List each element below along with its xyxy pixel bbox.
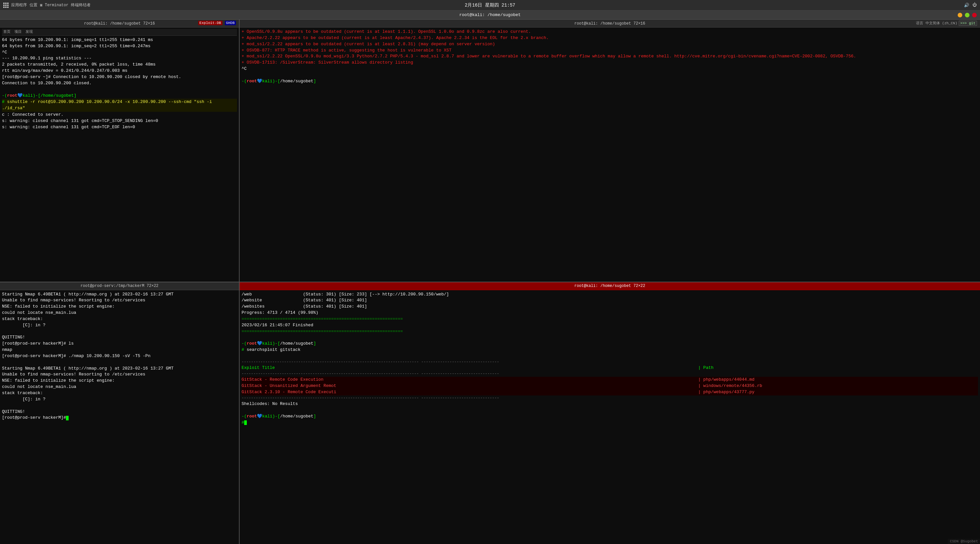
- terminal-line: Progress: 4713 / 4714 (99.98%): [242, 310, 978, 316]
- col-path: | Path: [698, 365, 713, 371]
- prompt-root: root: [7, 93, 18, 99]
- prompt-root3: root: [247, 341, 257, 347]
- terminal-line: rtt min/avg/max/mdev = 0.241/0.244/0.247…: [2, 68, 237, 74]
- git-badge[interactable]: >>> git: [959, 21, 977, 26]
- terminal-line: /website (Status: 401) [Size: 401]: [242, 297, 978, 304]
- col-exploit-title: Exploit Title: [242, 365, 698, 371]
- final-cursor-line: #: [242, 420, 978, 426]
- searchsploit-command: # searchsploit gitstack: [242, 347, 978, 353]
- prompt-open-bracket2: -(: [242, 78, 247, 85]
- terminal-line: /web (Status: 301) [Size: 233] [--> http…: [242, 292, 978, 298]
- final-cursor: [244, 420, 247, 425]
- terminal-line: [root@prod-serv hackerM]#: [2, 415, 237, 421]
- close-button[interactable]: [972, 13, 977, 17]
- bottom-right-prompt: -(root💙kali)-[/home/sugobet]: [242, 341, 978, 347]
- taskbar: 应用程序 位置 ▣ Terminator 终端终结者 2月16日 星期四 21:…: [0, 0, 980, 11]
- prompt-close-bracket: )-[: [33, 93, 40, 99]
- prompt-kali2: kali: [262, 78, 272, 85]
- terminal-taskbar-item[interactable]: ▣ Terminator 终端终结者: [40, 2, 91, 8]
- top-right-terminal-body[interactable]: + OpenSSL/0.9.8u appears to be outdated …: [240, 27, 980, 282]
- terminal-line: NSE: failed to initialize the script eng…: [2, 378, 237, 384]
- taskbar-datetime: 2月16日 星期四 21:57: [465, 2, 515, 8]
- window-titlebar: root@kali: /home/sugobet: [0, 11, 980, 20]
- maximize-button[interactable]: [965, 13, 969, 17]
- terminal-line: could not locate nse_main.lua: [2, 310, 237, 316]
- exploit-path-2: | windows/remote/44356.rb: [698, 383, 762, 389]
- prompt-open-bracket: -(: [2, 93, 7, 99]
- bottom-right-terminal-body[interactable]: /web (Status: 301) [Size: 233] [--> http…: [240, 290, 980, 544]
- prompt-path-value: /home/sugobet: [40, 93, 73, 99]
- app-grid-icon[interactable]: [3, 3, 8, 8]
- nav-home[interactable]: 首页: [3, 30, 11, 35]
- apps-menu[interactable]: 应用程序: [11, 2, 27, 8]
- terminal-separator: ========================================…: [242, 316, 978, 322]
- terminal-line: 64 bytes from 10.200.90.1: icmp_seq=1 tt…: [2, 37, 237, 43]
- terminal-line: --- 10.200.90.1 ping statistics ---: [2, 56, 237, 62]
- top-left-terminal-body[interactable]: 首页 项目 发现 64 bytes from 10.200.90.1: icmp…: [0, 27, 239, 282]
- lang-badge: 语言 中文简体 (zh_CN): [916, 21, 957, 26]
- prompt-heart-icon2: 💙: [257, 78, 262, 85]
- nav-item2[interactable]: 项目: [14, 30, 22, 35]
- top-right-terminal-header: root@kali: /home/sugobet 72×16 语言 中文简体 (…: [240, 20, 980, 27]
- shellcodes-line: Shellcodes: No Results: [242, 401, 978, 407]
- right-pane: root@kali: /home/sugobet 72×16 语言 中文简体 (…: [240, 20, 980, 544]
- exploit-title-3: GitStack 2.3.10 - Remote Code Executi: [242, 389, 698, 395]
- top-left-terminal-header: root@kali: /home/sugobet 72×16 Exploit-D…: [0, 20, 239, 27]
- prompt-path-value2: /home/sugobet: [280, 78, 313, 85]
- terminal-line: + OSVDB-17113: /SilverStream: SilverStre…: [242, 60, 978, 66]
- terminal-line: Starting Nmap 6.49BETA1 ( http://nmap.or…: [2, 366, 237, 372]
- command-text: sshuttle -r root@10.200.90.200 10.200.90…: [2, 99, 212, 111]
- final-prompt-kali: kali: [262, 414, 272, 420]
- terminal-line: ^C: [2, 49, 237, 56]
- bottom-left-terminal-body[interactable]: Starting Nmap 6.49BETA1 ( http://nmap.or…: [0, 290, 239, 544]
- right-top-prompt: -(root💙kali)-[/home/sugobet]: [242, 78, 978, 85]
- final-prompt: -(root💙kali)-[/home/sugobet]: [242, 414, 978, 420]
- exploit-title-1: GitStack - Remote Code Execution: [242, 377, 698, 383]
- terminal-line: [C]: in ?: [2, 397, 237, 403]
- terminal-line: 2 packets transmitted, 2 received, 0% pa…: [2, 62, 237, 68]
- prompt-heart-icon3: 💙: [257, 341, 262, 347]
- position-menu[interactable]: 位置: [30, 2, 37, 8]
- top-right-terminal: root@kali: /home/sugobet 72×16 语言 中文简体 (…: [240, 20, 980, 282]
- terminal-line: QUITTING!: [2, 409, 237, 415]
- terminal-line: s: warning: closed channel 131 got cmd=T…: [2, 118, 237, 124]
- terminal-line: Connection to 10.200.90.200 closed.: [2, 80, 237, 87]
- command-searchsploit: searchsploit gitstack: [247, 347, 301, 352]
- volume-icon[interactable]: 🔊: [964, 3, 969, 8]
- left-pane: root@kali: /home/sugobet 72×16 Exploit-D…: [0, 20, 240, 544]
- terminal-line: [root@prod-serv ~]# Connection to 10.200…: [2, 74, 237, 80]
- bottom-right-terminal: root@kali: /home/sugobet 72×22 /web (Sta…: [240, 282, 980, 544]
- terminal-line: Unable to find nmap-services! Resorting …: [2, 297, 237, 304]
- prompt-path-value3: /home/sugobet: [280, 341, 313, 347]
- terminal-line: + mod_ssl/2.2.22 OpenSSL/0.9.8u mod_wsgi…: [242, 54, 978, 60]
- terminal-line: stack traceback:: [2, 316, 237, 322]
- terminal-inner-nav: 首页 项目 发现: [2, 29, 237, 36]
- terminal-line: stack traceback:: [2, 390, 237, 397]
- minimize-button[interactable]: [958, 13, 962, 17]
- bottom-left-terminal-header: root@prod-serv:/tmp/hackerM 72×22: [0, 282, 239, 290]
- terminal-line: NSE: failed to initialize the script eng…: [2, 304, 237, 310]
- nav-item3[interactable]: 发现: [25, 30, 33, 35]
- prompt-hash2: #: [242, 347, 247, 352]
- bottom-left-terminal: root@prod-serv:/tmp/hackerM 72×22 Starti…: [0, 282, 239, 544]
- terminal-line: [root@prod-serv hackerM]# ./nmap 10.200.…: [2, 353, 237, 359]
- prompt-hash: #: [2, 99, 7, 104]
- exploit-db-badge[interactable]: Exploit-DB: [198, 21, 223, 25]
- top-left-terminal: root@kali: /home/sugobet 72×16 Exploit-D…: [0, 20, 239, 282]
- terminal-line: could not locate nse_main.lua: [2, 384, 237, 390]
- ghdb-badge[interactable]: GHDB: [225, 21, 236, 25]
- exploit-row-1: GitStack - Remote Code Execution | php/w…: [242, 377, 978, 383]
- final-prompt-open: -(: [242, 414, 247, 420]
- terminal-line: Starting Nmap 6.49BETA1 ( http://nmap.or…: [2, 292, 237, 298]
- searchsploit-divider2: ----------------------------------------…: [242, 371, 978, 377]
- window-controls[interactable]: [958, 13, 977, 17]
- searchsploit-footer: ----------------------------------------…: [242, 395, 978, 401]
- power-icon[interactable]: ⏻: [972, 3, 977, 8]
- prompt-path-close3: ]: [313, 341, 316, 347]
- taskbar-left: 应用程序 位置 ▣ Terminator 终端终结者: [3, 2, 91, 8]
- window-title: root@kali: /home/sugobet: [459, 13, 520, 17]
- exploit-title-2: GitStack - Unsanitized Argument Remot: [242, 383, 698, 389]
- terminal-line: QUITTING!: [2, 335, 237, 341]
- terminal-line: c : Connected to server.: [2, 112, 237, 118]
- terminal-line: + mod_ssl/2.2.22 appears to be outdated …: [242, 41, 978, 48]
